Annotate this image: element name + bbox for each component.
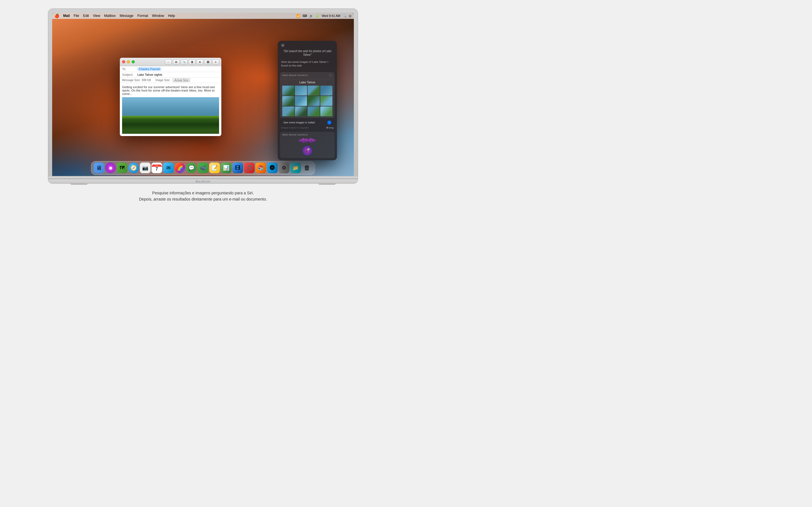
toolbar-more-btn[interactable]: ≡ bbox=[212, 59, 219, 64]
menubar-search-icon[interactable]: 🔍 bbox=[343, 14, 347, 18]
screen-bezel: 🍎 Mail File Edit View Mailbox Message Fo… bbox=[52, 13, 354, 176]
caption: Pesquise informações e imagens perguntan… bbox=[139, 190, 267, 203]
siri-bottom-section: WEB IMAGE SEARCH bbox=[280, 132, 335, 158]
macbook-frame: 🍎 Mail File Edit View Mailbox Message Fo… bbox=[48, 8, 358, 185]
menu-window[interactable]: Window bbox=[152, 14, 164, 18]
dock-itunes[interactable]: 🎵 bbox=[244, 163, 255, 173]
menubar-time: Wed 9:41 AM bbox=[322, 14, 340, 17]
menu-format[interactable]: Format bbox=[137, 14, 148, 18]
dock-maps[interactable]: 🗺 bbox=[117, 163, 128, 173]
siri-waveform bbox=[299, 138, 315, 144]
dock-numbers[interactable]: 📊 bbox=[221, 163, 232, 173]
message-size-value: 988 KB bbox=[142, 78, 151, 82]
macbook-lid: 🍎 Mail File Edit View Mailbox Message Fo… bbox=[48, 8, 358, 176]
macbook-label: MacBook bbox=[196, 180, 211, 183]
thumb-9[interactable] bbox=[282, 107, 294, 116]
subject-label: Subject: bbox=[122, 73, 136, 76]
toolbar-photo-btn[interactable]: 🖼 bbox=[204, 59, 211, 64]
dock-photos-icon[interactable]: 🌈 bbox=[174, 163, 185, 173]
menu-mail[interactable]: Mail bbox=[63, 14, 70, 18]
toolbar-forward-btn[interactable]: ⊞ bbox=[173, 59, 180, 64]
menu-mailbox[interactable]: Mailbox bbox=[104, 14, 116, 18]
toolbar-attachment-btn[interactable]: 📎 bbox=[181, 59, 188, 64]
dock-notes[interactable]: 📝 bbox=[209, 163, 220, 173]
siri-bottom-header: WEB IMAGE SEARCH bbox=[282, 133, 308, 136]
foot-left bbox=[70, 184, 87, 185]
copyright-row: Images subject to copyright. ⊞ bing bbox=[278, 126, 337, 131]
toolbar-font-btn[interactable]: A bbox=[197, 59, 203, 64]
thumb-8[interactable] bbox=[320, 96, 333, 106]
traffic-light-yellow[interactable] bbox=[127, 60, 130, 63]
dock-siri[interactable]: ◉ bbox=[105, 163, 116, 173]
mail-embedded-image bbox=[122, 97, 219, 134]
see-more-row: See more images in Safari › bbox=[280, 119, 335, 126]
thumb-10[interactable] bbox=[295, 107, 307, 116]
caption-line2: Depois, arraste os resultados diretament… bbox=[139, 196, 267, 202]
traffic-light-green[interactable] bbox=[132, 60, 135, 63]
menubar-wifi-icon: 📶 bbox=[296, 14, 300, 18]
see-more-text[interactable]: See more images in Safari bbox=[283, 121, 315, 124]
dock-finder[interactable]: 🖥 bbox=[94, 163, 104, 173]
dock-appstore[interactable]: 🅐 bbox=[267, 163, 278, 173]
to-value[interactable]: Charles Parrish bbox=[137, 67, 161, 71]
toolbar-back-btn[interactable]: ← bbox=[165, 59, 172, 64]
menu-help[interactable]: Help bbox=[168, 14, 175, 18]
dock-ibooks[interactable]: 📚 bbox=[255, 163, 266, 173]
menu-file[interactable]: File bbox=[73, 14, 79, 18]
thumb-4[interactable] bbox=[320, 86, 333, 96]
macbook-base: MacBook bbox=[48, 176, 358, 185]
siri-image-section: WEB IMAGE SEARCH Lake Tahoe bbox=[280, 72, 335, 118]
thumb-5[interactable] bbox=[282, 96, 294, 106]
thumb-12[interactable] bbox=[320, 107, 333, 116]
copyright-text: Images subject to copyright. bbox=[281, 126, 309, 129]
siri-mic-btn[interactable]: 🎤 bbox=[302, 145, 313, 156]
thumb-11[interactable] bbox=[308, 107, 320, 116]
dock-calendar[interactable]: CAL 7 bbox=[151, 163, 162, 173]
thumb-3[interactable] bbox=[308, 86, 320, 96]
dock-systemprefs[interactable]: ⚙ bbox=[278, 163, 289, 173]
image-grid bbox=[280, 85, 335, 118]
thumb-2[interactable] bbox=[295, 86, 307, 96]
actual-size-btn[interactable]: Actual Size bbox=[172, 78, 190, 82]
menubar-battery-icon: 🔋 bbox=[315, 14, 319, 18]
dock-trash[interactable]: 🗑 bbox=[302, 163, 312, 173]
menu-message[interactable]: Message bbox=[120, 14, 134, 18]
toolbar-delete-btn[interactable]: 🗑 bbox=[189, 59, 195, 64]
dock-facetime[interactable]: 📹 bbox=[198, 163, 208, 173]
siri-close-btn[interactable]: ✕ bbox=[281, 44, 285, 47]
dock-files[interactable]: 📁 bbox=[290, 163, 301, 173]
siri-query: "Siri search the web for photos of Lake … bbox=[281, 49, 334, 57]
dock-keynote[interactable]: 🎞 bbox=[232, 163, 243, 173]
to-field-row: To: Charles Parrish bbox=[120, 66, 221, 72]
size-field-row: Message Size: 988 KB Image Size: Actual … bbox=[120, 77, 221, 83]
siri-panel: ✕ "Siri search the web for photos of Lak… bbox=[278, 41, 337, 160]
thumb-7[interactable] bbox=[308, 96, 320, 106]
dock-imessage[interactable]: 💬 bbox=[186, 163, 197, 173]
mail-body[interactable]: Getting excited for our summer adventure… bbox=[120, 83, 221, 136]
menu-edit[interactable]: Edit bbox=[83, 14, 89, 18]
siri-response: Here are some images of 'Lake Tahoe' I f… bbox=[281, 60, 334, 69]
mail-body-text: Getting excited for our summer adventure… bbox=[122, 86, 215, 96]
traffic-light-red[interactable] bbox=[122, 60, 125, 63]
thumb-1[interactable] bbox=[282, 86, 294, 96]
dock-safari[interactable]: 🧭 bbox=[128, 163, 139, 173]
subject-field-row: Subject: Lake Tahoe sights bbox=[120, 72, 221, 77]
dock-photos-app[interactable]: 📷 bbox=[140, 163, 151, 173]
message-size-label: Message Size: bbox=[122, 78, 141, 82]
menubar-volume-icon: 🔊 bbox=[309, 14, 313, 18]
mail-titlebar: ← ⊞ 📎 🗑 A 🖼 ≡ bbox=[120, 58, 221, 66]
menubar-siri-icon[interactable]: ◎ bbox=[349, 14, 352, 18]
apple-menu[interactable]: 🍎 bbox=[54, 13, 59, 18]
dock-mail[interactable]: ✉ bbox=[163, 163, 174, 173]
see-more-arrow: › bbox=[327, 121, 331, 124]
foot-right bbox=[319, 184, 336, 185]
menu-view[interactable]: View bbox=[93, 14, 100, 18]
caption-line1: Pesquise informações e imagens perguntan… bbox=[139, 190, 267, 196]
mail-fields: To: Charles Parrish Subject: Lake Tahoe … bbox=[120, 66, 221, 83]
subject-value[interactable]: Lake Tahoe sights bbox=[137, 73, 162, 76]
siri-lake-tahoe-title: Lake Tahoe bbox=[280, 79, 335, 85]
bing-logo: ⊞ bing bbox=[326, 126, 334, 129]
to-label: To: bbox=[122, 67, 136, 71]
screen: 🍎 Mail File Edit View Mailbox Message Fo… bbox=[52, 13, 354, 176]
thumb-6[interactable] bbox=[295, 96, 307, 106]
